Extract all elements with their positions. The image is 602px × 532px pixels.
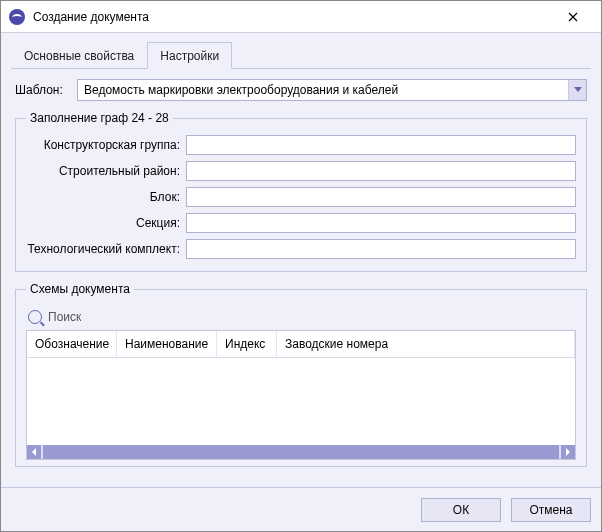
row-designer-group: Конструкторская группа: [26, 135, 576, 155]
col-designation[interactable]: Обозначение [27, 331, 117, 357]
scroll-right-button[interactable] [561, 445, 575, 459]
close-icon [568, 12, 578, 22]
tab-bar: Основные свойства Настройки [11, 41, 591, 69]
tab-settings[interactable]: Настройки [147, 42, 232, 69]
label-tech-kit: Технологический комплект: [26, 242, 186, 256]
row-block: Блок: [26, 187, 576, 207]
row-build-region: Строительный район: [26, 161, 576, 181]
row-section: Секция: [26, 213, 576, 233]
chevron-left-icon [31, 448, 37, 456]
grid-header: Обозначение Наименование Индекс Заводски… [27, 331, 575, 358]
tab-main-properties[interactable]: Основные свойства [11, 42, 147, 69]
cancel-button[interactable]: Отмена [511, 498, 591, 522]
scroll-track[interactable] [43, 445, 559, 459]
search-icon [28, 310, 42, 324]
close-button[interactable] [553, 1, 593, 32]
row-tech-kit: Технологический комплект: [26, 239, 576, 259]
dialog-window: Создание документа Основные свойства Нас… [0, 0, 602, 532]
input-section[interactable] [186, 213, 576, 233]
group-doc-schemas: Схемы документа Поиск Обозначение Наимен… [15, 282, 587, 467]
template-dropdown-button[interactable] [568, 80, 586, 100]
col-name[interactable]: Наименование [117, 331, 217, 357]
group-fill-legend: Заполнение граф 24 - 28 [26, 111, 173, 125]
chevron-down-icon [574, 87, 582, 93]
template-value: Ведомость маркировки электрооборудования… [78, 80, 568, 100]
ok-button[interactable]: ОК [421, 498, 501, 522]
grid-body [27, 358, 575, 445]
label-build-region: Строительный район: [26, 164, 186, 178]
dialog-body: Основные свойства Настройки Шаблон: Ведо… [1, 33, 601, 487]
template-combobox[interactable]: Ведомость маркировки электрооборудования… [77, 79, 587, 101]
app-icon [9, 9, 25, 25]
footer: ОК Отмена [1, 487, 601, 531]
tab-content: Шаблон: Ведомость маркировки электрообор… [11, 69, 591, 477]
col-index[interactable]: Индекс [217, 331, 277, 357]
label-designer-group: Конструкторская группа: [26, 138, 186, 152]
group-fill-columns: Заполнение граф 24 - 28 Конструкторская … [15, 111, 587, 272]
template-label: Шаблон: [15, 83, 77, 97]
chevron-right-icon [565, 448, 571, 456]
horizontal-scrollbar[interactable] [27, 445, 575, 459]
label-block: Блок: [26, 190, 186, 204]
scroll-left-button[interactable] [27, 445, 41, 459]
label-section: Секция: [26, 216, 186, 230]
search-row[interactable]: Поиск [26, 306, 576, 330]
template-row: Шаблон: Ведомость маркировки электрообор… [15, 79, 587, 101]
input-build-region[interactable] [186, 161, 576, 181]
col-serials[interactable]: Заводские номера [277, 331, 575, 357]
input-tech-kit[interactable] [186, 239, 576, 259]
doc-schemas-legend: Схемы документа [26, 282, 134, 296]
input-designer-group[interactable] [186, 135, 576, 155]
input-block[interactable] [186, 187, 576, 207]
search-placeholder: Поиск [48, 310, 81, 324]
schemas-grid: Обозначение Наименование Индекс Заводски… [26, 330, 576, 460]
titlebar: Создание документа [1, 1, 601, 33]
window-title: Создание документа [33, 10, 553, 24]
